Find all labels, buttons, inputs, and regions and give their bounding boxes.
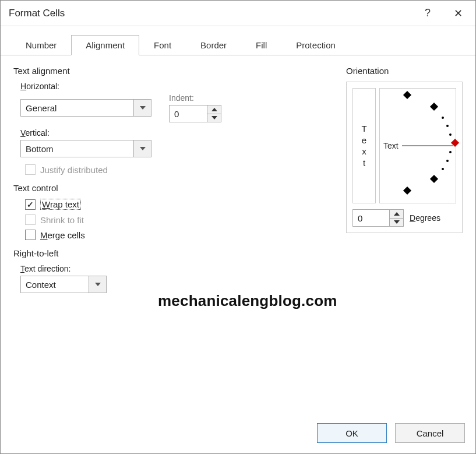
text-direction-select[interactable]: Context: [20, 276, 107, 293]
tab-fill[interactable]: Fill: [241, 35, 281, 55]
format-cells-dialog: Format Cells ? ✕ Number Alignment Font B…: [0, 0, 476, 454]
orientation-box: T e x t Text: [346, 82, 463, 233]
wrap-text-checkbox[interactable]: ✓: [25, 199, 36, 210]
wrap-text-label[interactable]: Wrap text: [40, 199, 81, 210]
diamond-icon: [403, 91, 411, 99]
degrees-spinner[interactable]: 0: [352, 209, 404, 227]
orientation-preview: T e x t Text: [352, 88, 456, 203]
dot-icon: [449, 133, 452, 136]
orientation-dial[interactable]: Text: [379, 88, 456, 203]
horizontal-value: General: [21, 103, 133, 113]
content-area: Text alignment Horizontal: General Inden…: [1, 55, 475, 416]
shrink-to-fit-label: Shrink to fit: [40, 215, 84, 225]
indent-value: 0: [170, 105, 207, 122]
orientation-vertical[interactable]: T e x t: [352, 88, 376, 203]
merge-cells-label[interactable]: Merge cells: [40, 230, 85, 240]
cancel-button[interactable]: Cancel: [395, 423, 465, 443]
dial-text: Text: [383, 141, 399, 150]
vertical-label: Vertical:: [20, 128, 346, 138]
watermark: mechanicalengblog.com: [158, 292, 337, 310]
dialog-title: Format Cells: [9, 8, 65, 19]
shrink-to-fit-row: Shrink to fit: [25, 214, 346, 225]
close-icon[interactable]: ✕: [443, 2, 473, 24]
degrees-value: 0: [353, 210, 389, 226]
justify-distributed-checkbox: [25, 164, 36, 175]
tab-alignment[interactable]: Alignment: [71, 35, 139, 55]
dot-icon: [449, 151, 452, 153]
indent-spinner[interactable]: 0: [169, 105, 221, 122]
diamond-icon: [403, 186, 411, 195]
dot-icon: [446, 125, 449, 127]
justify-distributed-label: Justify distributed: [40, 165, 108, 175]
indent-up[interactable]: [207, 105, 221, 114]
chevron-down-icon[interactable]: [133, 100, 151, 116]
indent-down[interactable]: [207, 114, 221, 122]
ok-button[interactable]: OK: [317, 423, 387, 443]
horizontal-select[interactable]: General: [20, 99, 151, 117]
merge-cells-checkbox[interactable]: [25, 230, 36, 240]
merge-cells-row: Merge cells: [25, 230, 346, 240]
text-direction-value: Context: [21, 280, 89, 290]
text-alignment-group: Text alignment: [13, 66, 346, 76]
tab-font[interactable]: Font: [139, 35, 186, 55]
wrap-text-row: ✓ Wrap text: [25, 199, 346, 210]
help-icon[interactable]: ?: [412, 2, 443, 24]
tab-border[interactable]: Border: [186, 35, 241, 55]
titlebar: Format Cells ? ✕: [1, 1, 475, 26]
right-column: Orientation T e x t Text: [346, 64, 463, 414]
chevron-down-icon[interactable]: [89, 276, 106, 293]
orientation-group: Orientation: [346, 66, 463, 76]
orientation-degrees-row: 0 Degrees: [352, 209, 456, 227]
rtl-group: Right-to-left: [13, 248, 346, 258]
horizontal-label: Horizontal:: [20, 82, 346, 91]
chevron-down-icon[interactable]: [133, 140, 151, 157]
vertical-value: Bottom: [21, 144, 133, 154]
degrees-up[interactable]: [389, 210, 403, 219]
text-control-group: Text control: [13, 183, 346, 193]
diamond-icon: [430, 175, 438, 183]
text-direction-label: Text direction:: [20, 264, 346, 273]
dialog-buttons: OK Cancel: [1, 416, 475, 453]
vertical-select[interactable]: Bottom: [20, 140, 151, 157]
degrees-down[interactable]: [389, 219, 403, 227]
justify-distributed-row: Justify distributed: [25, 164, 346, 175]
dot-icon: [442, 117, 444, 119]
degrees-label: Degrees: [410, 213, 440, 223]
tabs: Number Alignment Font Border Fill Protec…: [1, 26, 475, 55]
dial-line: [402, 146, 453, 146]
left-column: Text alignment Horizontal: General Inden…: [13, 64, 346, 414]
dot-icon: [446, 160, 449, 162]
tab-number[interactable]: Number: [11, 35, 71, 55]
tab-protection[interactable]: Protection: [281, 35, 350, 55]
shrink-to-fit-checkbox: [25, 214, 36, 225]
dot-icon: [442, 168, 444, 170]
indent-label: Indent:: [169, 93, 221, 103]
diamond-icon: [430, 103, 438, 111]
